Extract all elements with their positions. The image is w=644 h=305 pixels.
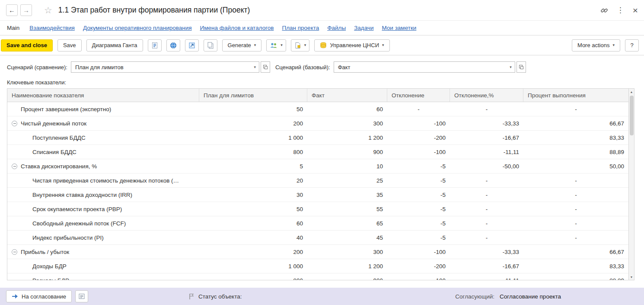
more-menu-icon[interactable]: ⋮	[617, 6, 624, 15]
row-completion-pct-value: 88,89	[523, 273, 628, 280]
row-deviation-pct-value: -16,67	[450, 259, 523, 273]
table-row[interactable]: Расходы БДР 800 900 -100 -11,11 88,89	[7, 273, 628, 280]
collapse-icon[interactable]	[12, 249, 17, 255]
vertical-scrollbar[interactable]: ▲ ▼	[629, 88, 634, 280]
cnsi-label: Управление ЦНСИ	[330, 42, 379, 48]
send-for-approval-button[interactable]: На согласование	[6, 290, 72, 302]
row-name-cell: Срок окупаемости проекта (PBP)	[7, 202, 199, 216]
row-deviation-value: -100	[387, 245, 450, 259]
scroll-down-icon[interactable]: ▼	[629, 274, 634, 280]
row-completion-pct-value: 83,33	[523, 259, 628, 273]
column-header-deviation-pct[interactable]: Отклонение,%	[450, 89, 523, 102]
table-row[interactable]: Срок окупаемости проекта (PBP) 50 55 -5 …	[7, 202, 628, 216]
row-name: Чистый денежный поток	[21, 120, 86, 127]
approver-group: Согласующий: Согласование проекта	[455, 293, 561, 300]
row-fact-value: 25	[307, 173, 387, 187]
row-name: Процент завершения (экспертно)	[21, 106, 111, 112]
help-button[interactable]: ?	[625, 39, 639, 51]
close-icon[interactable]: ×	[633, 6, 638, 15]
column-header-completion-pct[interactable]: Процент выполнения	[523, 89, 628, 102]
tab-link[interactable]: Взаимодействия	[29, 25, 75, 31]
row-name-cell: Индекс прибыльности (PI)	[7, 231, 199, 244]
row-name-cell: Процент завершения (экспертно)	[7, 102, 199, 116]
table-body: Процент завершения (экспертно) 50 60 - -…	[7, 102, 628, 280]
scroll-up-icon[interactable]: ▲	[629, 89, 634, 95]
table-row[interactable]: Свободный денежный поток (FCF) 60 65 -5 …	[7, 216, 628, 231]
row-deviation-pct-value: -	[450, 202, 523, 216]
row-name-cell: Чистая приведенная стоимость денежных по…	[7, 173, 199, 187]
report-button[interactable]	[148, 39, 162, 51]
row-fact-value: 35	[307, 188, 387, 202]
more-actions-button[interactable]: More actions ▾	[572, 39, 620, 51]
approver-value[interactable]: Согласование проекта	[500, 293, 561, 300]
table-row[interactable]: Индекс прибыльности (PI) 40 45 -5 - -	[7, 231, 628, 245]
table-row[interactable]: Прибыль / убыток 200 300 -100 -33,33 66,…	[7, 245, 628, 259]
scenario-base-value: Факт	[338, 64, 506, 71]
tab-link[interactable]: Файлы	[327, 25, 346, 31]
table-row[interactable]: Процент завершения (экспертно) 50 60 - -…	[7, 102, 628, 116]
row-name-cell: Внутренняя ставка доходности (IRR)	[7, 188, 199, 202]
save-button[interactable]: Save	[57, 39, 82, 51]
table-row[interactable]: Чистый денежный поток 200 300 -100 -33,3…	[7, 116, 628, 131]
column-header-plan[interactable]: План для лимитов	[199, 89, 307, 102]
table-row[interactable]: Внутренняя ставка доходности (IRR) 30 35…	[7, 188, 628, 202]
table-row[interactable]: Поступления БДДС 1 000 1 200 -200 -16,67…	[7, 131, 628, 145]
back-button[interactable]: ←	[6, 4, 18, 16]
cnsi-management-button[interactable]: Управление ЦНСИ ▾	[314, 39, 389, 51]
row-deviation-pct-value: -50,00	[450, 159, 523, 173]
copy-button[interactable]	[204, 39, 217, 51]
row-deviation-pct-value: -	[450, 216, 523, 230]
table-row[interactable]: Чистая приведенная стоимость денежных по…	[7, 173, 628, 188]
row-name: Списания БДДС	[32, 149, 77, 155]
column-header-deviation[interactable]: Отклонение	[387, 89, 450, 102]
tab-link[interactable]: Задачи	[354, 25, 373, 31]
row-name: Поступления БДДС	[32, 135, 86, 141]
favorite-star-icon[interactable]: ☆	[44, 6, 52, 15]
scenario-base-field[interactable]: Факт ▾	[334, 61, 515, 73]
table-row[interactable]: Доходы БДР 1 000 1 200 -200 -16,67 83,33	[7, 259, 628, 273]
tab-main[interactable]: Main	[7, 25, 19, 31]
scenario-compare-field[interactable]: План для лимитов ▾	[71, 61, 259, 73]
gantt-chart-button[interactable]: Диаграмма Ганта	[86, 39, 143, 51]
people-icon	[270, 42, 277, 49]
row-name: Прибыль / убыток	[21, 249, 69, 255]
send-arrow-icon	[12, 293, 19, 299]
scenario-row: Сценарий (сравнение): План для лимитов ▾…	[0, 61, 644, 73]
row-fact-value: 300	[307, 116, 387, 130]
notes-icon	[78, 293, 85, 300]
collapse-icon[interactable]	[12, 164, 17, 169]
column-header-name[interactable]: Наименование показателя	[7, 89, 199, 102]
open-window-button[interactable]	[185, 39, 199, 51]
row-fact-value: 900	[307, 145, 387, 159]
notes-button[interactable]	[75, 290, 88, 302]
tab-link[interactable]: Документы оперативного планирования	[83, 25, 192, 31]
scenario-base-open-button[interactable]	[516, 61, 526, 73]
web-publish-button[interactable]	[166, 39, 180, 51]
table-row[interactable]: Ставка дисконтирования, % 5 10 -5 -50,00…	[7, 159, 628, 173]
scrollbar-thumb[interactable]	[630, 96, 634, 135]
row-plan-value: 200	[199, 116, 307, 130]
save-and-close-button[interactable]: Save and close	[1, 39, 53, 51]
row-deviation-value: -5	[387, 216, 450, 230]
copy-link-button[interactable]	[600, 6, 608, 14]
row-fact-value: 1 200	[307, 131, 387, 144]
row-plan-value: 30	[199, 188, 307, 202]
row-plan-value: 800	[199, 145, 307, 159]
contacts-menu-button[interactable]: ▾	[266, 39, 286, 51]
row-deviation-pct-value: -	[450, 231, 523, 244]
row-fact-value: 900	[307, 273, 387, 280]
forward-button[interactable]: →	[20, 4, 32, 16]
file-menu-button[interactable]: ▾	[291, 39, 310, 51]
collapse-icon[interactable]	[12, 121, 17, 126]
tab-link[interactable]: План проекта	[282, 25, 319, 31]
table-row[interactable]: Списания БДДС 800 900 -100 -11,11 88,89	[7, 145, 628, 159]
file-icon	[294, 42, 301, 49]
column-header-fact[interactable]: Факт	[307, 89, 387, 102]
scenario-compare-open-button[interactable]	[261, 61, 270, 73]
tab-link[interactable]: Имена файлов и каталогов	[200, 25, 274, 31]
generate-button[interactable]: Generate ▾	[222, 39, 262, 51]
row-plan-value: 200	[199, 245, 307, 259]
tab-link[interactable]: Мои заметки	[382, 25, 416, 31]
row-name: Свободный денежный поток (FCF)	[32, 220, 126, 227]
row-deviation-value: -100	[387, 273, 450, 280]
